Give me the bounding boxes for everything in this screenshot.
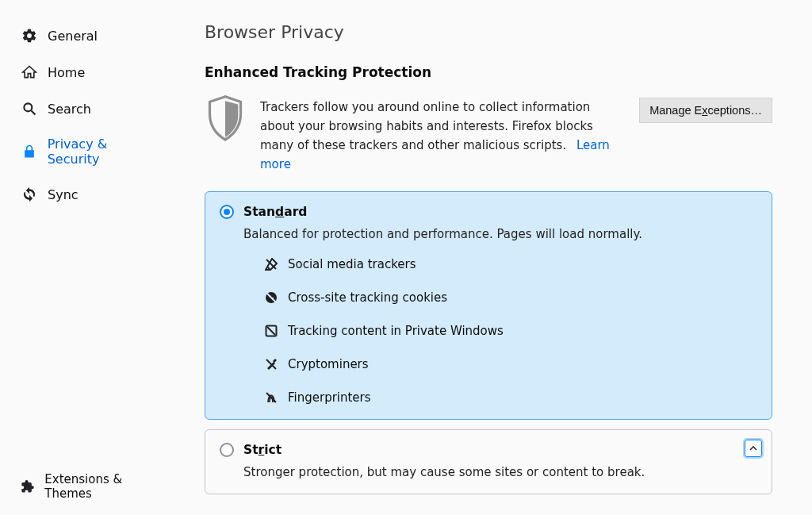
social-trackers-icon — [264, 257, 278, 271]
feature-label: Fingerprinters — [288, 390, 371, 405]
feature-label: Social media trackers — [288, 257, 416, 271]
gear-icon — [21, 27, 38, 44]
section-title: Enhanced Tracking Protection — [205, 64, 772, 80]
manage-exceptions-button[interactable]: Manage Exceptions… — [639, 98, 772, 123]
option-title-strict: Strict — [243, 443, 282, 457]
page-title: Browser Privacy — [205, 22, 772, 42]
option-standard[interactable]: Standard Balanced for protection and per… — [205, 191, 772, 420]
intro-text: Trackers follow you around online to col… — [260, 94, 625, 174]
sidebar-item-sync[interactable]: Sync — [0, 176, 182, 213]
expand-strict-button[interactable] — [745, 440, 762, 457]
feature-tracking-content: Tracking content in Private Windows — [264, 324, 757, 338]
intro-body: Trackers follow you around online to col… — [260, 100, 593, 152]
sidebar-label: Search — [48, 102, 91, 117]
sidebar-item-general[interactable]: General — [0, 17, 182, 54]
sidebar-item-extensions[interactable]: Extensions & Themes — [0, 463, 182, 515]
shield-icon — [205, 94, 246, 147]
feature-cryptominers: Cryptominers — [264, 357, 757, 371]
search-icon — [21, 100, 38, 117]
svg-line-8 — [267, 327, 275, 335]
sync-icon — [21, 186, 38, 203]
option-desc-strict: Stronger protection, but may cause some … — [243, 465, 757, 479]
home-icon — [21, 63, 38, 81]
radio-standard[interactable] — [220, 205, 234, 219]
sidebar-label: Sync — [48, 187, 79, 202]
extensions-label: Extensions & Themes — [44, 472, 163, 501]
puzzle-icon — [19, 478, 35, 495]
feature-label: Cryptominers — [288, 357, 369, 371]
feature-label: Tracking content in Private Windows — [288, 324, 504, 338]
intro-row: Trackers follow you around online to col… — [205, 94, 772, 174]
lock-icon — [21, 143, 38, 160]
feature-fingerprinters: Fingerprinters — [264, 390, 757, 405]
radio-strict[interactable] — [220, 443, 234, 457]
feature-social: Social media trackers — [264, 257, 757, 271]
tracking-content-icon — [264, 324, 278, 338]
svg-line-1 — [32, 111, 36, 115]
feature-list: Social media trackers Cross-site trackin… — [264, 257, 757, 405]
chevron-up-icon — [749, 444, 757, 452]
main-content: Browser Privacy Enhanced Tracking Protec… — [182, 0, 812, 515]
sidebar: General Home Search Privacy & Security S… — [0, 0, 182, 515]
feature-label: Cross-site tracking cookies — [288, 290, 447, 305]
sidebar-label: Home — [48, 65, 85, 80]
cookie-icon — [264, 290, 278, 305]
sidebar-label: Privacy & Security — [48, 136, 162, 167]
cryptominer-icon — [264, 357, 278, 371]
option-title-standard: Standard — [243, 205, 307, 219]
svg-point-0 — [24, 103, 32, 111]
sidebar-item-privacy[interactable]: Privacy & Security — [0, 127, 182, 176]
option-strict[interactable]: Strict Stronger protection, but may caus… — [205, 429, 772, 494]
sidebar-label: General — [48, 29, 98, 44]
fingerprint-icon — [264, 390, 278, 405]
sidebar-item-search[interactable]: Search — [0, 90, 182, 127]
option-desc-standard: Balanced for protection and performance.… — [243, 227, 757, 241]
sidebar-item-home[interactable]: Home — [0, 54, 182, 90]
feature-cookies: Cross-site tracking cookies — [264, 290, 757, 305]
